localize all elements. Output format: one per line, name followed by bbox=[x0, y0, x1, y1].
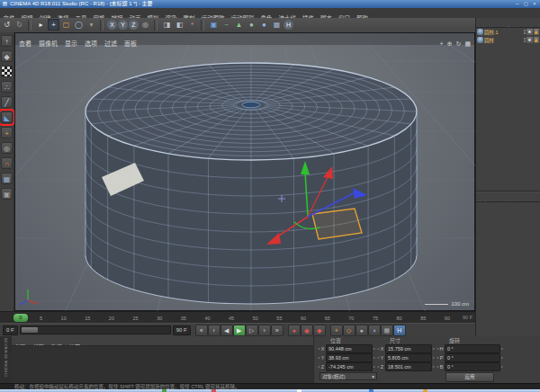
brand-cinema4d: CINEMA 4D bbox=[4, 353, 9, 377]
record-rotation-toggle[interactable]: ● bbox=[356, 325, 368, 336]
edges-mode-icon[interactable]: ╱ bbox=[1, 96, 13, 108]
lock-x-icon[interactable]: X bbox=[107, 20, 117, 30]
add-primitive-icon[interactable]: ▣ bbox=[208, 19, 220, 31]
material-menu-item[interactable]: 功能 bbox=[48, 343, 66, 346]
texture-mode-icon[interactable] bbox=[1, 66, 13, 77]
rotate-tool-icon[interactable]: ◯ bbox=[73, 19, 85, 31]
make-editable-icon[interactable]: ↑ bbox=[1, 35, 13, 47]
position-y-field[interactable]: 38.93 cm bbox=[326, 353, 373, 362]
attribute-manager-menu-item[interactable]: 用户数据 bbox=[500, 199, 520, 202]
attribute-manager-menu-item[interactable]: 模式 bbox=[476, 199, 488, 202]
timeline-tick: 60 bbox=[301, 316, 306, 321]
record-keyframe-button[interactable]: ● bbox=[288, 325, 301, 336]
rotation-h-field[interactable]: 0 ° bbox=[445, 344, 500, 353]
object-name[interactable]: 圆柱.1 bbox=[484, 29, 523, 36]
viewport-canvas[interactable] bbox=[15, 45, 476, 311]
object-name[interactable]: 圆柱 bbox=[484, 37, 523, 44]
phong-tag-icon[interactable] bbox=[526, 29, 533, 35]
array-icon[interactable]: ▦ bbox=[271, 19, 283, 31]
autokey-button[interactable]: ◉ bbox=[301, 325, 313, 336]
play-button[interactable]: ▶ bbox=[233, 325, 246, 336]
undo-icon[interactable]: ↺ bbox=[1, 19, 13, 31]
material-menu-item[interactable]: 编辑 bbox=[30, 343, 48, 346]
polygon-selection-tag-icon[interactable] bbox=[534, 37, 540, 43]
next-frame-button[interactable]: ▷ bbox=[246, 325, 258, 336]
goto-start-button[interactable]: « bbox=[195, 325, 208, 336]
move-tool-icon[interactable]: + bbox=[48, 19, 59, 31]
timeline-tick: 45 bbox=[229, 316, 234, 321]
layout-h-button[interactable]: H bbox=[393, 325, 406, 336]
last-tool-icon[interactable]: ▾ bbox=[86, 19, 97, 31]
prev-key-button[interactable]: ‹ bbox=[208, 325, 220, 336]
size-y-field[interactable]: 5.805 cm bbox=[385, 353, 432, 362]
keyframe-selection-button[interactable]: ◆ bbox=[313, 325, 326, 336]
slider-handle[interactable] bbox=[22, 327, 38, 333]
scale-tool-icon[interactable]: ▢ bbox=[60, 19, 72, 31]
lock-z-icon[interactable]: Z bbox=[129, 20, 139, 30]
status-bar: 移动：在视窗中拖动鼠标移动元素的位置。按住 SHIFT 键可增加新的位置，按住 … bbox=[0, 383, 540, 389]
phong-tag-icon[interactable] bbox=[526, 37, 533, 43]
object-row[interactable]: 圆柱.1 bbox=[476, 28, 540, 36]
lock-workplane-icon[interactable]: ▣ bbox=[1, 188, 13, 200]
live-selection-icon[interactable]: ▸ bbox=[35, 19, 47, 31]
apply-button[interactable]: 应用 bbox=[446, 372, 494, 382]
next-key-button[interactable]: › bbox=[258, 325, 271, 336]
timeline-tick: 20 bbox=[109, 316, 114, 321]
viewport[interactable]: 查看摄像机显示选项过滤面板 +⊕↻▦ 100 cm bbox=[14, 32, 475, 311]
render-view-icon[interactable]: ◨ bbox=[161, 19, 173, 31]
play-backwards-button[interactable]: ◀ bbox=[220, 325, 233, 336]
polygon-selection-tag-icon[interactable] bbox=[534, 29, 540, 35]
size-z-field[interactable]: 18.501 cm bbox=[385, 362, 432, 371]
app-icon bbox=[3, 2, 7, 6]
goto-end-button[interactable]: » bbox=[271, 325, 284, 336]
end-frame-field[interactable]: 90 F bbox=[173, 325, 191, 335]
record-position-toggle[interactable]: + bbox=[330, 325, 343, 336]
rotation-header: 旋转 bbox=[436, 337, 503, 344]
visibility-dots[interactable] bbox=[524, 29, 526, 35]
deformers-icon[interactable]: ● bbox=[258, 19, 270, 31]
left-toolbar: ↑◆∴╱◣+◎∩▦▣ bbox=[0, 32, 14, 336]
rotation-b-field[interactable]: 0 ° bbox=[445, 362, 500, 371]
snap-icon[interactable]: ∩ bbox=[1, 157, 13, 169]
material-menu-item[interactable]: 创建 bbox=[12, 343, 30, 346]
spline-pen-icon[interactable]: ~ bbox=[220, 19, 232, 31]
polygons-mode-icon[interactable]: ◣ bbox=[1, 111, 13, 123]
object-manager: 文件编辑查看对象标签书签 圆柱.1 圆柱 bbox=[476, 18, 540, 192]
timeline-playhead[interactable]: 0 bbox=[14, 314, 28, 322]
cylinder-object-icon bbox=[477, 37, 483, 43]
model-mode-icon[interactable]: ◆ bbox=[1, 50, 13, 62]
viewport-solo-icon[interactable]: ◎ bbox=[1, 142, 13, 154]
size-x-field[interactable]: 15.759 cm bbox=[385, 344, 432, 353]
maximize-button[interactable]: ▢ bbox=[522, 0, 529, 8]
generators-icon[interactable]: ▲ bbox=[233, 19, 245, 31]
attribute-manager-menu-item[interactable]: 编辑 bbox=[488, 199, 500, 202]
toolbar-separator bbox=[201, 20, 204, 31]
render-region-icon[interactable]: ◧ bbox=[174, 19, 185, 31]
timeline-tick: 50 bbox=[253, 316, 258, 321]
points-mode-icon[interactable]: ∴ bbox=[1, 81, 13, 93]
workplane-icon[interactable]: ▦ bbox=[1, 173, 13, 184]
redo-icon[interactable]: ↻ bbox=[14, 19, 25, 31]
record-pla-toggle[interactable]: ▦ bbox=[381, 325, 393, 336]
render-settings-icon[interactable]: * bbox=[186, 19, 198, 31]
minimize-button[interactable]: ─ bbox=[514, 0, 521, 8]
current-frame-field[interactable]: 0 F bbox=[3, 325, 18, 335]
rotation-p-field[interactable]: 0 ° bbox=[445, 353, 500, 362]
coord-system-icon[interactable]: ◎ bbox=[140, 19, 151, 31]
coord-mode-dropdown[interactable]: 对象(相对) ▾ bbox=[320, 372, 377, 380]
enable-axis-icon[interactable]: + bbox=[1, 127, 13, 138]
close-button[interactable]: × bbox=[531, 0, 538, 8]
scene-objects-icon[interactable]: ● bbox=[246, 19, 257, 31]
main-toolbar: ↺↻▸+▢◯▾XYZ◎◨◧*▣~▲●●▦H bbox=[0, 18, 540, 33]
timeline-slider[interactable] bbox=[20, 325, 171, 334]
material-manager: 创建编辑功能纹理 bbox=[12, 336, 313, 383]
position-z-field[interactable]: -74.245 cm bbox=[326, 362, 373, 371]
lock-y-icon[interactable]: Y bbox=[118, 20, 128, 30]
layout-icon[interactable]: H bbox=[284, 20, 293, 30]
record-parameter-toggle[interactable]: ◑ bbox=[368, 325, 381, 336]
object-row[interactable]: 圆柱 bbox=[476, 36, 540, 44]
visibility-dots[interactable] bbox=[524, 37, 526, 43]
record-scale-toggle[interactable]: ◇ bbox=[343, 325, 356, 336]
material-menu-item[interactable]: 纹理 bbox=[66, 343, 84, 346]
position-x-field[interactable]: 90.448 cm bbox=[326, 344, 373, 353]
